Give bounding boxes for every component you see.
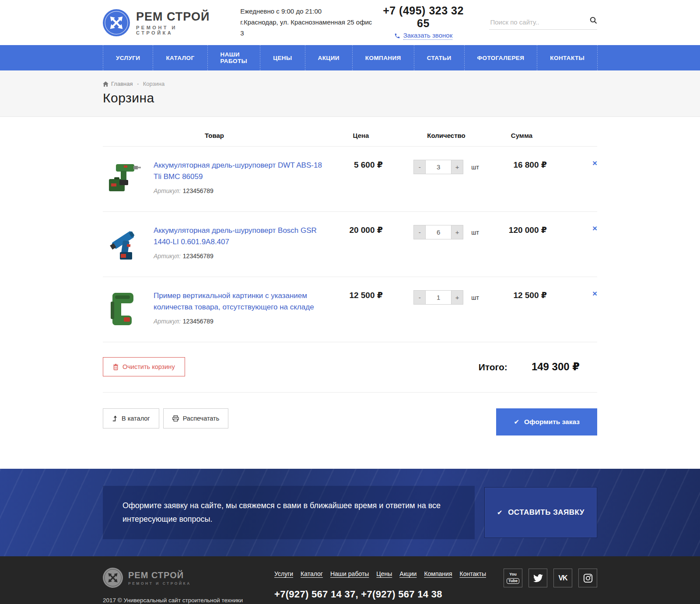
quantity-increase-button[interactable]: + [451,225,463,239]
copyright: 2017 © Универсальный сайт строительной т… [103,596,247,604]
breadcrumb-home-label: Главная [111,81,133,87]
unit-label: шт [471,229,479,236]
footer-link-nashi-raboty[interactable]: Наши работы [330,570,369,577]
leave-request-button[interactable]: ✔ ОСТАВИТЬ ЗАЯВКУ [484,487,597,538]
instagram-button[interactable] [578,569,597,587]
product-sum: 12 500 ₽ [497,290,580,300]
header-info: Ежедневно с 9:00 до 21:00 г.Краснодар, у… [240,6,375,39]
youtube-button[interactable]: YouTube [504,569,522,587]
nav-item-aktsii[interactable]: АКЦИИ [305,45,352,70]
footer-phones: +7(927) 567 14 37, +7(927) 567 14 38 [274,589,504,600]
footer-link-kontakty[interactable]: Контакты [460,570,486,577]
cart-table-header: Товар Цена Количество Сумма [103,126,597,146]
footer-link-aktsii[interactable]: Акции [399,570,416,577]
work-hours: Ежедневно с 9:00 до 21:00 [240,6,375,17]
clear-cart-button[interactable]: Очистить корзину [103,357,185,376]
total-value: 149 300 ₽ [532,361,580,373]
product-title-link[interactable]: Пример вертикальной картинки с указанием… [154,290,326,313]
footer-logo-subtitle: РЕМОНТ И СТРОЙКА [128,581,191,586]
unit-label: шт [471,164,479,171]
clear-cart-label: Очистить корзину [122,363,175,370]
quantity-increase-button[interactable]: + [451,160,463,174]
vk-button[interactable]: VK [553,569,572,587]
site-footer: РЕМ СТРОЙ РЕМОНТ И СТРОЙКА 2017 © Универ… [0,556,700,604]
quantity-input[interactable] [426,225,451,239]
footer-link-tseny[interactable]: Цены [376,570,392,577]
leave-request-label: ОСТАВИТЬ ЗАЯВКУ [508,508,584,517]
nav-item-fotogalereya[interactable]: ФОТОГАЛЕРЕЯ [464,45,537,70]
callback-link[interactable]: Заказать звонок [394,32,452,40]
address: г.Краснодар, ул. Краснознаменная 25 офис… [240,17,375,39]
quantity-input[interactable] [426,290,451,305]
checkout-label: Оформить заказ [524,418,580,426]
logo[interactable]: РЕМ СТРОЙ РЕМОНТ И СТРОЙКА [103,9,216,36]
search-icon [590,17,597,24]
breadcrumb-band: Главная ▪ Корзина Корзина [0,70,700,117]
main-nav: УСЛУГИ КАТАЛОГ НАШИ РАБОТЫ ЦЕНЫ АКЦИИ КО… [0,45,700,70]
quantity-stepper: - + [413,160,463,174]
footer-link-uslugi[interactable]: Услуги [274,570,293,577]
search-box [489,16,597,30]
product-image-dwt-drill [106,160,141,200]
check-icon: ✔ [514,418,519,426]
cart-actions: В каталог Распечатать ✔ Оформить заказ [103,393,597,435]
nav-item-stati[interactable]: СТАТЬИ [414,45,464,70]
footer-nav: Услуги Каталог Наши работы Цены Акции Ко… [274,570,504,577]
back-to-catalog-button[interactable]: В каталог [103,408,159,428]
breadcrumb-home[interactable]: Главная [103,81,133,87]
product-title-link[interactable]: Аккумуляторная дрель-шуруповерт Bosch GS… [154,225,326,248]
footer-logo[interactable]: РЕМ СТРОЙ РЕМОНТ И СТРОЙКА [103,568,247,588]
print-label: Распечатать [183,415,220,422]
breadcrumb: Главная ▪ Корзина [103,81,597,87]
logo-icon [103,9,130,36]
breadcrumb-separator: ▪ [137,82,138,86]
nav-item-uslugi[interactable]: УСЛУГИ [103,45,153,70]
trash-icon [113,364,119,370]
product-title-link[interactable]: Аккумуляторная дрель-шуруповерт DWT ABS-… [154,160,326,183]
sku-label: Артикул: [154,253,181,260]
nav-item-tseny[interactable]: ЦЕНЫ [260,45,304,70]
footer-link-katalog[interactable]: Каталог [301,570,323,577]
remove-item-button[interactable]: × [592,224,597,232]
sku-value: 123456789 [183,253,214,260]
product-price: 5 600 ₽ [326,160,396,170]
nav-item-kontakty[interactable]: КОНТАКТЫ [537,45,598,70]
search-button[interactable] [590,17,597,25]
nav-item-nashi-raboty[interactable]: НАШИ РАБОТЫ [207,45,260,70]
logo-subtitle: РЕМОНТ И СТРОЙКА [136,25,216,35]
total-label: Итого: [479,362,508,372]
quantity-input[interactable] [426,160,451,174]
twitter-icon [533,573,543,583]
checkout-button[interactable]: ✔ Оформить заказ [496,408,597,435]
twitter-button[interactable] [528,569,547,587]
cta-panel: Оформите заявку на сайте, мы свяжемся с … [103,486,475,539]
back-to-catalog-label: В каталог [122,415,150,422]
site-header: РЕМ СТРОЙ РЕМОНТ И СТРОЙКА Ежедневно с 9… [0,0,700,45]
unit-label: шт [471,294,479,301]
social-links: YouTube VK [504,569,597,587]
product-sum: 16 800 ₽ [497,160,580,170]
quantity-stepper: - + [413,290,463,305]
quantity-increase-button[interactable]: + [451,290,463,305]
phone-icon [394,33,400,39]
quantity-decrease-button[interactable]: - [413,290,426,305]
nav-item-kompaniya[interactable]: КОМПАНИЯ [352,45,414,70]
product-price: 12 500 ₽ [326,290,396,300]
phone-number: +7 (495) 323 32 65 [376,4,471,30]
footer-link-kompaniya[interactable]: Компания [424,570,452,577]
remove-item-button[interactable]: × [592,159,597,167]
cart-row: Аккумуляторная дрель-шуруповерт Bosch GS… [103,211,597,277]
quantity-decrease-button[interactable]: - [413,225,426,239]
callback-label: Заказать звонок [403,32,452,40]
quantity-decrease-button[interactable]: - [413,160,426,174]
search-input[interactable] [489,16,597,30]
product-sum: 120 000 ₽ [497,225,580,235]
column-header-sum: Сумма [497,132,580,139]
nav-item-katalog[interactable]: КАТАЛОГ [153,45,207,70]
check-icon: ✔ [497,509,503,516]
print-button[interactable]: Распечатать [163,408,229,428]
product-image-bosch-drill [106,225,141,265]
remove-item-button[interactable]: × [592,289,597,298]
product-sku: Артикул:123456789 [154,187,326,194]
cta-banner: Оформите заявку на сайте, мы свяжемся с … [0,469,700,556]
